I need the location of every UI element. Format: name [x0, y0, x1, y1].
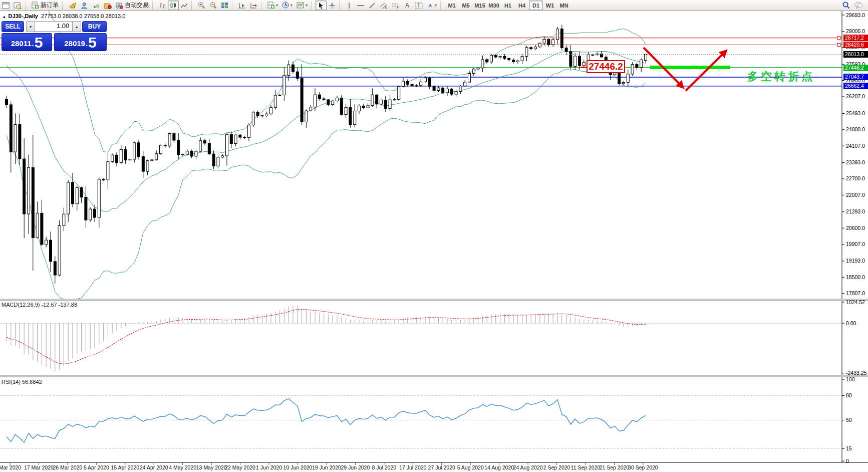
svg-text:25493.0: 25493.0 — [846, 110, 865, 116]
svg-text:23393.0: 23393.0 — [846, 159, 865, 165]
svg-text:8 Jul 2020: 8 Jul 2020 — [372, 464, 397, 470]
svg-text:24 Aug 2020: 24 Aug 2020 — [513, 464, 543, 470]
timeframe-m1[interactable]: M1 — [445, 1, 459, 10]
svg-text:18500.0: 18500.0 — [846, 274, 865, 280]
svg-text:20600.0: 20600.0 — [846, 225, 865, 231]
svg-text:0: 0 — [846, 458, 849, 464]
volume-increase-button[interactable]: ▲ — [72, 21, 81, 32]
arrows-tool-dropdown[interactable]: ▾ — [425, 1, 439, 10]
svg-text:13 May 2020: 13 May 2020 — [196, 464, 227, 470]
svg-text:29000.0: 29000.0 — [846, 28, 865, 34]
one-click-trading-panel: SELL ▼ 1.00 ▲ BUY 28011.5 28019.5 — [2, 21, 107, 51]
svg-text:5 Apr 2020: 5 Apr 2020 — [84, 464, 109, 470]
text-label-tool[interactable]: T — [413, 1, 425, 10]
svg-text:22700.0: 22700.0 — [846, 175, 865, 181]
new-chart-button[interactable] — [0, 1, 12, 10]
signals-icon[interactable] — [90, 1, 102, 10]
buy-price[interactable]: 28019.5 — [54, 33, 107, 51]
svg-text:17 Jul 2020: 17 Jul 2020 — [399, 464, 426, 470]
svg-text:21293.0: 21293.0 — [846, 208, 865, 214]
autotrading-button[interactable]: 自动交易 — [114, 1, 151, 10]
timeframe-m15[interactable]: M15 — [473, 1, 487, 10]
crosshair-tool[interactable] — [327, 1, 338, 10]
macd-indicator-label: MACD(12,26,9) -12.67 -137.88 — [2, 302, 77, 308]
symbol-period: DJ30-,Daily — [9, 13, 38, 19]
timeframe-w1[interactable]: W1 — [543, 1, 557, 10]
new-order-button[interactable]: 新订单 — [30, 1, 61, 10]
svg-text:29 Jun 2020: 29 Jun 2020 — [341, 464, 370, 470]
horizontal-line-tool[interactable] — [355, 1, 367, 10]
svg-text:17807.0: 17807.0 — [846, 290, 865, 296]
chart-title: ▴ DJ30-,Daily 27753.0 28038.0 27658.0 28… — [3, 13, 125, 19]
text-tool[interactable]: A — [402, 1, 413, 10]
timeframe-m30[interactable]: M30 — [487, 1, 501, 10]
window-menu-icon[interactable]: ▴ — [3, 14, 6, 19]
market-icon[interactable] — [102, 1, 114, 10]
buy-button[interactable]: BUY — [82, 21, 107, 32]
community-icon[interactable] — [79, 1, 90, 10]
megaphone-icon[interactable] — [67, 1, 79, 10]
equidistant-channel-tool[interactable]: E — [378, 1, 390, 10]
fibo-letter: F — [397, 6, 399, 9]
svg-text:17 Mar 2020: 17 Mar 2020 — [24, 464, 54, 470]
chart-shift-button[interactable] — [248, 1, 259, 10]
svg-text:30 Sep 2020: 30 Sep 2020 — [628, 464, 658, 470]
tile-windows-button[interactable] — [219, 1, 230, 10]
chat-icon[interactable] — [852, 1, 865, 10]
chart-profiles-button[interactable] — [12, 1, 24, 10]
candlestick-chart-button[interactable] — [168, 1, 179, 10]
svg-text:27 Jul 2020: 27 Jul 2020 — [428, 464, 455, 470]
price-badge: 28420.6 — [843, 42, 868, 48]
svg-text:15: 15 — [846, 445, 852, 451]
volume-input[interactable]: 1.00 — [35, 21, 73, 32]
zoom-in-button[interactable] — [196, 1, 207, 10]
timeframe-m5[interactable]: M5 — [459, 1, 473, 10]
sell-price[interactable]: 28011.5 — [2, 33, 52, 51]
svg-text:50: 50 — [846, 417, 852, 423]
search-icon[interactable] — [840, 1, 852, 10]
svg-text:22 May 2020: 22 May 2020 — [225, 464, 255, 470]
fibonacci-tool[interactable]: F — [390, 1, 402, 10]
price-level-annotation[interactable]: 27446.2 — [587, 60, 625, 73]
timeframe-d1[interactable]: D1 — [529, 1, 543, 10]
svg-text:2 Sep 2020: 2 Sep 2020 — [543, 464, 570, 470]
timeframe-mn[interactable]: MN — [557, 1, 571, 10]
price-badge: 28717.2 — [843, 35, 868, 41]
svg-text:26207.0: 26207.0 — [846, 93, 865, 99]
svg-text:10 Jun 2020: 10 Jun 2020 — [283, 464, 313, 470]
svg-text:T: T — [417, 3, 420, 9]
svg-text:100: 100 — [846, 376, 855, 382]
new-order-label: 新订单 — [41, 1, 59, 10]
auto-scroll-button[interactable] — [236, 1, 248, 10]
line-chart-button[interactable] — [179, 1, 190, 10]
svg-text:15 Apr 2020: 15 Apr 2020 — [111, 464, 139, 470]
periods-dropdown[interactable]: ▾ — [280, 1, 295, 10]
svg-text:19 Jun 2020: 19 Jun 2020 — [312, 464, 341, 470]
zoom-out-button[interactable] — [207, 1, 219, 10]
cursor-tool[interactable] — [316, 1, 327, 10]
trendline-tool[interactable] — [367, 1, 378, 10]
vertical-line-tool[interactable] — [344, 1, 355, 10]
turning-point-annotation[interactable]: 多空转折点 — [747, 69, 815, 84]
svg-text:21 Sep 2020: 21 Sep 2020 — [600, 464, 630, 470]
autotrading-label: 自动交易 — [125, 1, 149, 10]
price-badge: 27446.2 — [843, 65, 868, 71]
toolbar: 新订单 自动交易 ▾ ▾ ▾ E F A T — [0, 0, 868, 11]
mt4-window: 新订单 自动交易 ▾ ▾ ▾ E F A T — [0, 0, 868, 472]
svg-text:24107.0: 24107.0 — [846, 143, 865, 149]
indicators-dropdown[interactable]: ▾ — [265, 1, 280, 10]
volume-decrease-button[interactable]: ▼ — [26, 21, 35, 32]
svg-text:-2433.25: -2433.25 — [846, 370, 867, 376]
sell-button[interactable]: SELL — [2, 21, 24, 32]
timeframe-h4[interactable]: H4 — [515, 1, 529, 10]
bar-chart-button[interactable] — [157, 1, 168, 10]
svg-text:14 Aug 2020: 14 Aug 2020 — [484, 464, 514, 470]
price-badge: 27043.7 — [843, 74, 868, 80]
timeframe-h1[interactable]: H1 — [501, 1, 515, 10]
templates-dropdown[interactable]: ▾ — [295, 1, 310, 10]
svg-text:4 May 2020: 4 May 2020 — [169, 464, 196, 470]
chart-canvas[interactable]: 29693.029000.028307.027593.026900.026207… — [0, 0, 868, 472]
svg-text:26 Mar 2020: 26 Mar 2020 — [53, 464, 82, 470]
svg-text:1 Jun 2020: 1 Jun 2020 — [256, 464, 282, 470]
svg-text:24800.0: 24800.0 — [846, 126, 865, 132]
